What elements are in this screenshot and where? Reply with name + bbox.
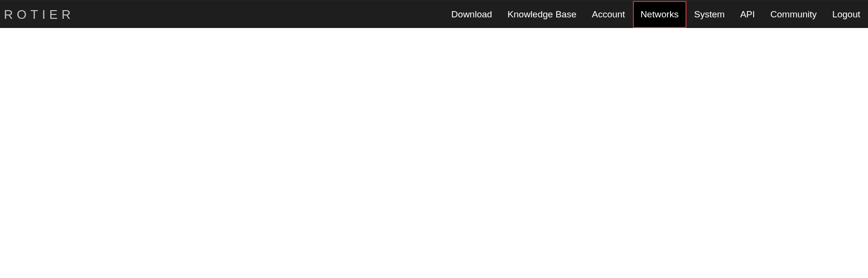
nav-api[interactable]: API [732,1,763,28]
nav-download[interactable]: Download [444,1,500,28]
nav-community[interactable]: Community [763,1,825,28]
nav-menu: Download Knowledge Base Account Networks… [444,1,868,28]
nav-logout[interactable]: Logout [825,1,868,28]
top-navigation-bar: ROTIER Download Knowledge Base Account N… [0,0,868,28]
nav-networks[interactable]: Networks [633,1,686,28]
nav-account[interactable]: Account [584,1,633,28]
nav-knowledge-base[interactable]: Knowledge Base [500,1,584,28]
nav-system[interactable]: System [686,1,732,28]
brand-logo: ROTIER [4,7,74,22]
